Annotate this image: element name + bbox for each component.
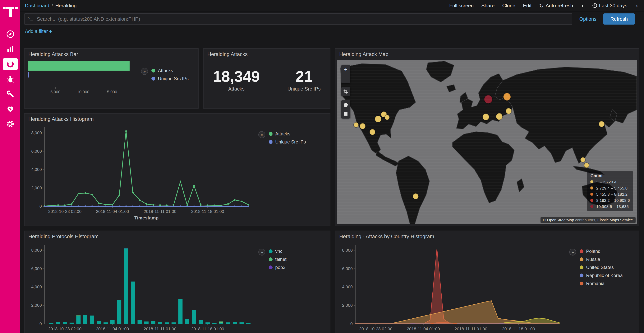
legend-item[interactable]: Romania (580, 281, 623, 286)
legend-item[interactable]: Republic of Korea (580, 273, 623, 278)
legend-item[interactable]: 3 – 2,729.4 (590, 180, 630, 184)
legend-item[interactable]: Russia (580, 257, 623, 262)
sidebar-item-honeypot[interactable] (2, 74, 18, 84)
svg-text:0: 0 (350, 321, 353, 326)
legend-dot (269, 132, 272, 136)
legend-label: Romania (586, 281, 604, 286)
legend-item[interactable]: 5,455.8 – 8,182.2 (590, 192, 630, 196)
map-fit-bounds-button[interactable] (341, 87, 350, 96)
edit-button[interactable]: Edit (523, 3, 532, 9)
panel-title: Heralding Protocols Histogram (24, 231, 330, 240)
bug-icon (6, 75, 14, 83)
sidebar-item-settings[interactable] (2, 119, 18, 129)
metric-label: Attacks (213, 86, 260, 92)
panel-title: Heralding Attacks (204, 49, 330, 58)
panel-title: Heralding Attacks Histogram (24, 114, 330, 123)
add-filter-link[interactable]: Add a filter + (25, 29, 52, 34)
legend-item[interactable]: Unique Src IPs (269, 139, 306, 145)
map-legend-title: Count (590, 173, 630, 178)
panel-title: Heralding Attack Map (336, 49, 639, 58)
legend-label: Attacks (158, 68, 173, 73)
legend-dot (580, 282, 584, 285)
legend-label: 3 – 2,729.4 (596, 180, 616, 184)
legend-item[interactable]: 2,729.4 – 5,455.8 (590, 186, 630, 190)
legend-label: 8,182.2 – 10,908.6 (596, 198, 630, 203)
metric-unique-src-ips: 21 Unique Src IPs (288, 68, 321, 92)
share-button[interactable]: Share (481, 3, 494, 9)
clone-button[interactable]: Clone (502, 3, 516, 9)
svg-text:Timestamp: Timestamp (134, 215, 158, 220)
legend-item[interactable]: Unique Src IPs (152, 76, 188, 81)
chart-legend: AttacksUnique Src IPs (152, 68, 188, 98)
search-input[interactable] (24, 14, 572, 25)
legend-item[interactable]: Attacks (152, 68, 188, 73)
wrench-icon (6, 90, 14, 98)
svg-text:2018-11-18 01:00: 2018-11-18 01:00 (191, 209, 224, 214)
top-nav-bar: Dashboard/Heralding Full screen Share Cl… (20, 0, 644, 12)
svg-text:2018-11-04 01:00: 2018-11-04 01:00 (96, 209, 129, 214)
gear-icon (6, 120, 14, 128)
sidebar-item-tools[interactable] (2, 89, 18, 99)
world-map[interactable]: + − (337, 60, 637, 224)
legend-item[interactable]: United States (580, 265, 623, 270)
legend-item[interactable]: Attacks (269, 131, 306, 137)
map-draw-polygon-button[interactable] (341, 100, 350, 109)
query-options-link[interactable]: Options (579, 16, 596, 22)
legend-item[interactable]: pop3 (269, 265, 286, 270)
openstreetmap-link[interactable]: © OpenStreetMap (543, 218, 574, 222)
attacks-bar-chart[interactable]: 5,00010,00015,000 (24, 58, 136, 98)
chart-legend: PolandRussiaUnited StatesRepublic of Kor… (580, 249, 623, 333)
map-draw-rect-button[interactable] (341, 109, 350, 119)
svg-text:0: 0 (40, 204, 42, 209)
svg-text:2018-11-04 01:00: 2018-11-04 01:00 (407, 326, 440, 331)
legend-collapse-button[interactable]: » (569, 249, 576, 255)
full-screen-button[interactable]: Full screen (449, 3, 474, 9)
legend-label: Republic of Korea (586, 273, 623, 278)
time-back-button[interactable]: ‹ (581, 2, 584, 9)
svg-text:8,000: 8,000 (31, 130, 42, 135)
map-legend-items: 3 – 2,729.42,729.4 – 5,455.85,455.8 – 8,… (590, 180, 630, 209)
map-zoom-in-button[interactable]: + (341, 65, 350, 74)
attribution-text: contributors, (574, 218, 597, 222)
auto-refresh-button[interactable]: ↻ Auto-refresh (539, 3, 573, 9)
time-range-picker[interactable]: Last 30 days (592, 3, 627, 9)
legend-item[interactable]: 10,908.6 – 13,635 (590, 204, 630, 209)
telekom-logo[interactable] (2, 2, 18, 19)
svg-text:6,000: 6,000 (31, 149, 42, 154)
panel-attacks-by-country-histogram: Heralding - Attacks by Country Histogram… (335, 231, 639, 333)
elastic-maps-link[interactable]: Elastic Maps Service (597, 218, 633, 222)
sidebar-item-dashboard[interactable] (2, 58, 18, 70)
panel-heralding-attacks-metric: Heralding Attacks 18,349 Attacks 21 Uniq… (203, 48, 330, 109)
sidebar-item-discover[interactable] (2, 30, 18, 39)
attacks-line-chart[interactable]: 02,0004,0006,0008,0002018-10-28 02:00201… (24, 123, 254, 222)
svg-text:8,000: 8,000 (31, 248, 42, 253)
country-area-chart[interactable]: 02,0004,0006,0008,0002018-10-28 02:00201… (336, 240, 566, 333)
legend-collapse-button[interactable]: » (258, 249, 265, 255)
breadcrumb-dashboard-link[interactable]: Dashboard (25, 3, 49, 9)
chart-legend: AttacksUnique Src IPs (269, 131, 306, 222)
legend-collapse-button[interactable]: » (258, 131, 265, 138)
legend-label: telnet (275, 257, 286, 262)
panel-heralding-attack-map: Heralding Attack Map (335, 48, 639, 226)
square-icon (343, 111, 348, 117)
time-forward-button[interactable]: › (635, 2, 639, 9)
polygon-icon (343, 102, 348, 107)
legend-item[interactable]: 8,182.2 – 10,908.6 (590, 198, 630, 203)
heartbeat-icon (6, 105, 14, 113)
map-zoom-out-button[interactable]: − (341, 74, 350, 83)
svg-text:2018-11-18 01:00: 2018-11-18 01:00 (191, 326, 224, 331)
sidebar-item-health[interactable] (2, 104, 18, 114)
legend-label: United States (586, 265, 614, 270)
legend-label: 5,455.8 – 8,182.2 (596, 192, 628, 196)
legend-item[interactable]: vnc (269, 249, 286, 254)
protocols-bar-chart[interactable]: 02,0004,0006,0008,0002018-10-28 02:00201… (24, 240, 254, 333)
refresh-button[interactable]: Refresh (603, 14, 635, 25)
legend-item[interactable]: telnet (269, 257, 286, 262)
legend-item[interactable]: Poland (580, 249, 623, 254)
sidebar-item-visualize[interactable] (2, 45, 18, 54)
legend-collapse-button[interactable]: » (141, 68, 148, 75)
map-attribution: © OpenStreetMap contributors, Elastic Ma… (540, 217, 636, 223)
panel-title: Heralding Attacks Bar (24, 49, 198, 58)
refresh-cycle-icon: ↻ (539, 3, 544, 9)
crop-icon (343, 89, 348, 94)
